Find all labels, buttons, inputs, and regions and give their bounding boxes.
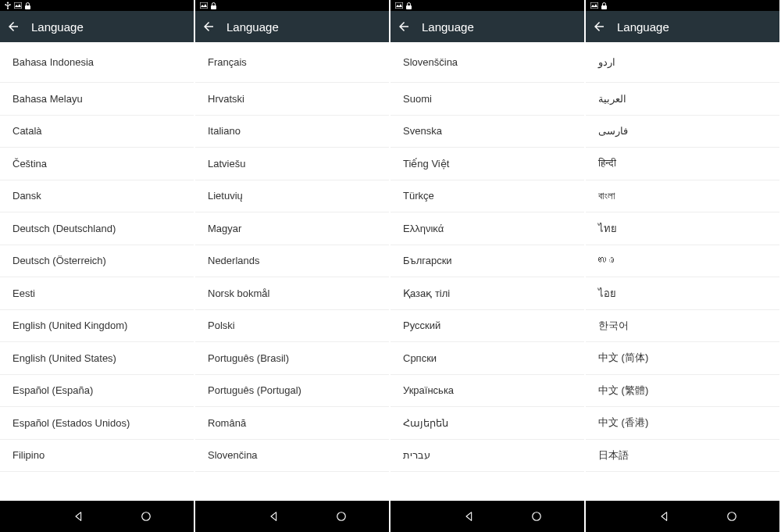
nav-back-button[interactable]: [266, 509, 282, 524]
status-bar: [195, 0, 389, 11]
language-item[interactable]: Deutsch (Deutschland): [0, 212, 194, 245]
status-bar: [390, 0, 584, 11]
language-item[interactable]: Nederlands: [195, 245, 389, 278]
language-item[interactable]: 中文 (繁體): [586, 375, 779, 408]
language-item[interactable]: العربية: [586, 83, 779, 116]
nav-back-button[interactable]: [657, 509, 672, 524]
language-item[interactable]: Bahasa Indonesia: [0, 42, 194, 83]
navigation-bar: [195, 501, 389, 532]
lock-icon: [25, 2, 30, 9]
page-title: Language: [31, 20, 84, 34]
language-list: Bahasa Indonesia Bahasa Melayu Català Če…: [0, 42, 194, 501]
back-button[interactable]: [200, 18, 217, 35]
page-title: Language: [617, 20, 669, 34]
image-icon: [200, 2, 208, 9]
language-item[interactable]: Català: [0, 116, 194, 148]
nav-home-button[interactable]: [724, 509, 740, 524]
language-item[interactable]: Slovenščina: [390, 42, 584, 83]
language-item[interactable]: Hrvatski: [195, 83, 389, 116]
nav-home-button[interactable]: [138, 509, 154, 524]
language-item[interactable]: Português (Brasil): [195, 342, 389, 375]
language-item[interactable]: فارسی: [586, 116, 779, 148]
nav-home-button[interactable]: [529, 509, 544, 524]
image-icon: [395, 2, 403, 9]
language-item[interactable]: Bahasa Melayu: [0, 83, 194, 116]
svg-rect-4: [211, 5, 216, 9]
language-item[interactable]: ಉಾ: [586, 245, 779, 278]
language-item[interactable]: Lietuvių: [195, 180, 389, 213]
language-item[interactable]: עברית: [390, 440, 584, 473]
language-item[interactable]: Српски: [390, 342, 584, 375]
language-item[interactable]: বাংলা: [586, 180, 779, 213]
language-item[interactable]: Filipino: [0, 440, 194, 473]
language-item[interactable]: Български: [390, 245, 584, 278]
language-item[interactable]: Français: [195, 42, 389, 83]
svg-rect-3: [200, 2, 208, 9]
language-item[interactable]: ไอย: [586, 277, 779, 310]
language-item[interactable]: Polski: [195, 310, 389, 343]
language-item[interactable]: English (United Kingdom): [0, 310, 194, 343]
svg-point-5: [337, 512, 346, 521]
app-bar: Language: [195, 11, 389, 42]
back-button[interactable]: [5, 18, 22, 35]
svg-point-2: [142, 512, 151, 521]
page-title: Language: [226, 20, 279, 34]
nav-back-button[interactable]: [71, 509, 87, 524]
language-item[interactable]: हिन्दी: [586, 148, 779, 180]
screen-panel-1: Language Français Hrvatski Italiano Latv…: [195, 0, 390, 532]
language-item[interactable]: Română: [195, 407, 389, 440]
language-item[interactable]: Español (Estados Unidos): [0, 407, 194, 440]
back-button[interactable]: [590, 18, 608, 35]
language-item[interactable]: Қазақ тілі: [390, 277, 584, 310]
navigation-bar: [586, 501, 779, 532]
page-title: Language: [422, 20, 474, 34]
image-icon: [14, 2, 22, 9]
app-bar: Language: [390, 11, 584, 42]
language-item[interactable]: Español (España): [0, 375, 194, 408]
language-item[interactable]: Português (Portugal): [195, 375, 389, 408]
language-item[interactable]: ไทย: [586, 212, 779, 245]
language-item[interactable]: Українська: [390, 375, 584, 408]
language-item[interactable]: اردو: [586, 42, 779, 83]
status-bar: [0, 0, 194, 11]
language-item[interactable]: 中文 (香港): [586, 407, 779, 440]
language-list: اردو العربية فارسی हिन्दी বাংলা ไทย ಉಾ ไ…: [586, 42, 779, 501]
language-item[interactable]: Русский: [390, 310, 584, 343]
language-item[interactable]: Slovenčina: [195, 440, 389, 473]
screen-panel-0: Language Bahasa Indonesia Bahasa Melayu …: [0, 0, 195, 532]
svg-rect-10: [601, 5, 607, 9]
svg-rect-9: [590, 2, 598, 9]
language-item[interactable]: Italiano: [195, 116, 389, 148]
app-bar: Language: [0, 11, 194, 42]
language-item[interactable]: Norsk bokmål: [195, 277, 389, 310]
language-list: Slovenščina Suomi Svenska Tiếng Việt Tür…: [390, 42, 584, 501]
nav-home-button[interactable]: [333, 509, 349, 524]
usb-icon: [5, 2, 11, 9]
language-item[interactable]: 中文 (简体): [586, 342, 779, 375]
language-item[interactable]: Deutsch (Österreich): [0, 245, 194, 278]
language-item[interactable]: Հայերեն: [390, 407, 584, 440]
language-item[interactable]: Latviešu: [195, 148, 389, 180]
language-item[interactable]: Ελληνικά: [390, 212, 584, 245]
svg-rect-0: [14, 2, 22, 9]
language-item[interactable]: English (United States): [0, 342, 194, 375]
image-icon: [590, 2, 598, 9]
language-item[interactable]: Dansk: [0, 180, 194, 213]
app-bar: Language: [586, 11, 779, 42]
language-item[interactable]: 한국어: [586, 310, 779, 343]
language-item[interactable]: Magyar: [195, 212, 389, 245]
navigation-bar: [0, 501, 194, 532]
language-item[interactable]: Türkçe: [390, 180, 584, 213]
svg-point-11: [728, 512, 736, 521]
language-item[interactable]: 日本語: [586, 440, 779, 473]
nav-back-button[interactable]: [462, 509, 477, 524]
language-item[interactable]: Svenska: [390, 116, 584, 148]
language-item[interactable]: Eesti: [0, 277, 194, 310]
language-item[interactable]: Suomi: [390, 83, 584, 116]
screen-panel-2: Language Slovenščina Suomi Svenska Tiếng…: [390, 0, 586, 532]
status-bar: [586, 0, 779, 11]
svg-rect-7: [406, 5, 412, 9]
back-button[interactable]: [395, 18, 412, 35]
language-item[interactable]: Tiếng Việt: [390, 148, 584, 180]
language-item[interactable]: Čeština: [0, 148, 194, 180]
